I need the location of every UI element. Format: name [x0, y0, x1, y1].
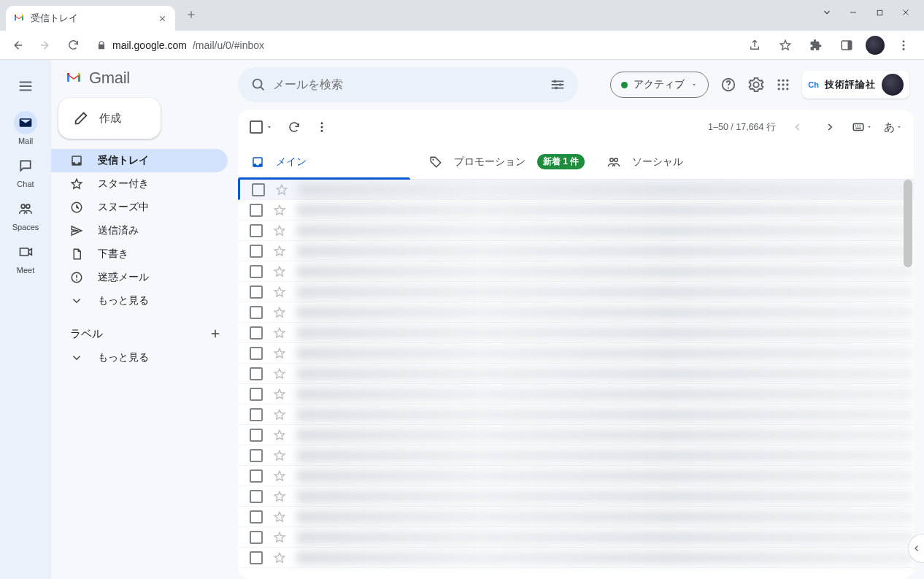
row-star-icon[interactable]	[273, 326, 286, 340]
mail-row[interactable]	[238, 466, 914, 486]
row-star-icon[interactable]	[273, 224, 286, 237]
nav-item-inbox[interactable]: 受信トレイ	[51, 149, 228, 172]
row-star-icon[interactable]	[273, 388, 286, 401]
extensions-icon[interactable]	[804, 34, 828, 57]
rail-item-mail[interactable]: Mail	[12, 107, 39, 150]
more-actions-icon[interactable]	[315, 120, 328, 134]
row-checkbox[interactable]	[252, 183, 265, 196]
row-star-icon[interactable]	[273, 551, 286, 564]
mail-row[interactable]	[238, 323, 914, 343]
new-tab-button[interactable]	[181, 4, 201, 25]
nav-back-button[interactable]	[6, 34, 29, 57]
row-checkbox[interactable]	[250, 204, 263, 217]
page-next-button[interactable]	[820, 122, 840, 132]
refresh-button[interactable]	[288, 120, 301, 134]
main-menu-button[interactable]	[11, 72, 40, 101]
nav-item-send[interactable]: 送信済み	[51, 219, 228, 242]
row-checkbox[interactable]	[250, 388, 263, 401]
bookmark-star-icon[interactable]	[774, 34, 797, 57]
row-star-icon[interactable]	[273, 347, 286, 360]
mail-row[interactable]	[238, 282, 914, 302]
browser-tab[interactable]: 受信トレイ	[6, 6, 175, 31]
row-star-icon[interactable]	[273, 265, 286, 278]
row-checkbox[interactable]	[250, 449, 263, 462]
mail-row[interactable]	[238, 302, 914, 323]
row-checkbox[interactable]	[250, 367, 263, 380]
rail-item-spaces[interactable]: Spaces	[12, 193, 39, 236]
row-checkbox[interactable]	[250, 510, 263, 524]
scrollbar[interactable]	[904, 180, 912, 579]
window-maximize-icon[interactable]	[874, 9, 885, 17]
nav-item-clock[interactable]: スヌーズ中	[51, 196, 228, 219]
row-star-icon[interactable]	[273, 531, 286, 544]
row-checkbox[interactable]	[250, 306, 263, 319]
labels-more[interactable]: もっと見る	[51, 346, 228, 369]
row-star-icon[interactable]	[273, 490, 286, 503]
window-close-icon[interactable]	[901, 8, 911, 17]
kebab-menu-icon[interactable]	[892, 34, 915, 57]
nav-item-spam[interactable]: 迷惑メール	[51, 266, 228, 289]
search-options-icon[interactable]	[543, 77, 572, 93]
status-chip[interactable]: アクティブ	[610, 72, 709, 98]
profile-avatar[interactable]	[866, 36, 885, 55]
mail-row[interactable]	[238, 486, 914, 507]
mail-row[interactable]	[238, 364, 914, 384]
row-star-icon[interactable]	[273, 204, 286, 217]
mail-row[interactable]	[238, 404, 914, 425]
nav-item-draft[interactable]: 下書き	[51, 242, 228, 266]
mail-row[interactable]	[238, 261, 914, 282]
tab-social[interactable]: ソーシャル	[594, 145, 772, 179]
row-checkbox[interactable]	[250, 469, 263, 483]
org-chip[interactable]: Ch 技術評論社	[802, 71, 909, 99]
share-icon[interactable]	[743, 34, 766, 57]
mail-row[interactable]	[238, 548, 914, 568]
sidepanel-icon[interactable]	[835, 34, 858, 57]
row-checkbox[interactable]	[250, 490, 263, 503]
row-star-icon[interactable]	[273, 245, 286, 258]
row-star-icon[interactable]	[273, 285, 286, 299]
apps-grid-icon[interactable]	[776, 77, 790, 92]
mail-row[interactable]	[238, 200, 914, 221]
tab-tag[interactable]: プロモーション新着 1 件	[416, 145, 594, 179]
language-button[interactable]: あ	[884, 120, 902, 134]
row-checkbox[interactable]	[250, 285, 263, 299]
window-caret-icon[interactable]	[822, 7, 832, 18]
scrollbar-thumb[interactable]	[904, 180, 912, 267]
page-prev-button[interactable]	[788, 122, 808, 132]
row-star-icon[interactable]	[273, 510, 286, 524]
mail-row[interactable]	[238, 384, 914, 404]
account-avatar[interactable]	[882, 74, 904, 96]
nav-reload-button[interactable]	[61, 34, 85, 57]
caret-down-icon[interactable]	[266, 123, 273, 131]
row-star-icon[interactable]	[273, 367, 286, 380]
nav-forward-button[interactable]	[34, 34, 57, 57]
row-star-icon[interactable]	[273, 306, 286, 319]
row-star-icon[interactable]	[273, 449, 286, 462]
window-minimize-icon[interactable]	[848, 8, 858, 17]
row-star-icon[interactable]	[275, 183, 288, 196]
search-icon[interactable]	[244, 77, 273, 93]
row-checkbox[interactable]	[250, 408, 263, 421]
nav-item-star[interactable]: スター付き	[51, 172, 228, 196]
omnibox[interactable]: mail.google.com/mail/u/0/#inbox	[89, 34, 739, 56]
tab-inbox[interactable]: メイン	[238, 145, 416, 179]
rail-item-chat[interactable]: Chat	[12, 150, 39, 193]
row-checkbox[interactable]	[250, 531, 263, 544]
rail-item-meet[interactable]: Meet	[12, 236, 39, 279]
row-checkbox[interactable]	[250, 551, 263, 564]
mail-row[interactable]	[238, 445, 914, 466]
search-box[interactable]	[238, 67, 578, 102]
mail-row[interactable]	[238, 221, 914, 241]
select-all-checkbox[interactable]	[250, 120, 263, 134]
support-icon[interactable]	[720, 77, 736, 93]
add-label-button[interactable]	[207, 326, 223, 342]
settings-gear-icon[interactable]	[748, 77, 764, 93]
row-checkbox[interactable]	[250, 347, 263, 360]
mail-row[interactable]	[238, 425, 914, 445]
row-checkbox[interactable]	[250, 265, 263, 278]
row-checkbox[interactable]	[250, 429, 263, 442]
row-checkbox[interactable]	[250, 326, 263, 340]
row-star-icon[interactable]	[273, 408, 286, 421]
row-star-icon[interactable]	[273, 469, 286, 483]
select-all-control[interactable]	[250, 120, 273, 134]
